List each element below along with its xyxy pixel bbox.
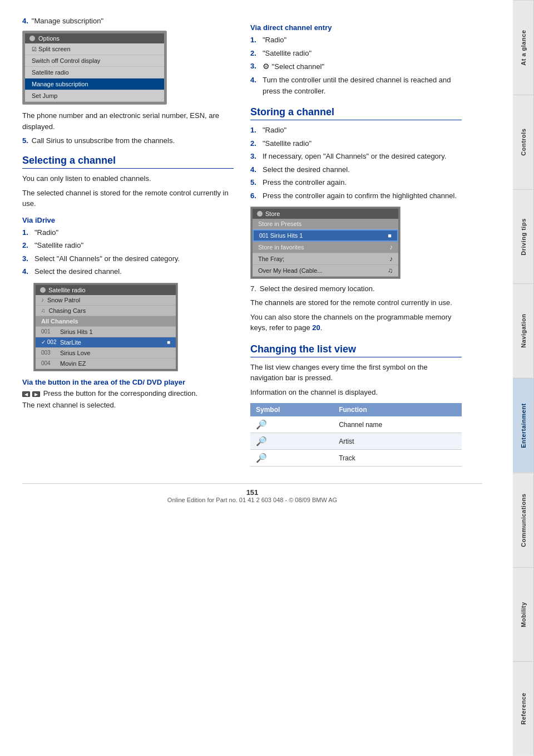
sat-radio-screen-wrapper: Satellite radio ♪ Snow Patrol ♫ Chasing … bbox=[33, 283, 234, 371]
selecting-para2: The selected channel is stored for the r… bbox=[22, 188, 234, 209]
idrive-step-1: 1. "Radio" bbox=[22, 227, 234, 238]
sat-row-001: 001 Sirius Hits 1 bbox=[36, 327, 176, 337]
table-row-track: 🔎 Track bbox=[250, 450, 462, 467]
sidebar-tab-at-a-glance[interactable]: At a glance bbox=[513, 0, 534, 95]
selecting-para1: You can only listen to enabled channels. bbox=[22, 173, 234, 184]
direct-steps-list: 1. "Radio" 2. "Satellite radio" 3. ⚙ "Se… bbox=[250, 35, 462, 96]
sidebar-tab-entertainment[interactable]: Entertainment bbox=[513, 378, 534, 473]
sat-title-text: Satellite radio bbox=[48, 287, 86, 293]
sat-row-icon-1: ♪ bbox=[41, 297, 44, 303]
step5-text: Call Sirius to unsubscribe from the chan… bbox=[32, 136, 175, 145]
sidebar-tab-reference[interactable]: Reference bbox=[513, 661, 534, 756]
table-cell-function-1: Channel name bbox=[333, 416, 462, 433]
store-screen: Store Store in Presets 001 Sirius Hits 1… bbox=[250, 207, 400, 279]
storing-step-2: 2. "Satellite radio" bbox=[250, 138, 462, 149]
options-title-bar: Options bbox=[25, 33, 164, 43]
page-number: 151 bbox=[22, 488, 482, 497]
sidebar-tab-controls[interactable]: Controls bbox=[513, 95, 534, 189]
changing-para2: Information on the channel is displayed. bbox=[250, 387, 462, 398]
storing-steps-list: 1. "Radio" 2. "Satellite radio" 3. If ne… bbox=[250, 125, 462, 201]
page-footer: 151 Online Edition for Part no. 01 41 2 … bbox=[22, 483, 482, 503]
store-fav-icon: ♪ bbox=[389, 243, 393, 251]
idrive-steps-list: 1. "Radio" 2. "Satellite radio" 3. Selec… bbox=[22, 227, 234, 277]
sidebar-tabs: At a glance Controls Driving tips Naviga… bbox=[513, 0, 534, 756]
options-item-satellite: Satellite radio bbox=[25, 67, 164, 78]
options-item-switchoff: Switch off Control display bbox=[25, 55, 164, 67]
options-menu-list: ☑ Split screen Switch off Control displa… bbox=[25, 43, 164, 102]
store-row-badge-001: ■ bbox=[388, 232, 392, 239]
table-cell-function-2: Artist bbox=[333, 433, 462, 450]
cd-dvd-button-icons: ◀ ▶ bbox=[22, 389, 40, 397]
idrive-step-3: 3. Select "All Channels" or the desired … bbox=[22, 253, 234, 264]
sat-row-004: 004 Movin EZ bbox=[36, 359, 176, 369]
sidebar-tab-navigation[interactable]: Navigation bbox=[513, 283, 534, 378]
left-column: 4. "Manage subscription" Options ☑ Split… bbox=[22, 17, 234, 467]
channel-info-table: Symbol Function 🔎 Channel name bbox=[250, 403, 462, 467]
sat-radio-screen: Satellite radio ♪ Snow Patrol ♫ Chasing … bbox=[33, 283, 178, 371]
via-idrive-heading: Via iDrive bbox=[22, 216, 234, 224]
step4-text: "Manage subscription" bbox=[32, 17, 103, 25]
step4-number: 4. bbox=[22, 17, 28, 25]
via-button-heading: Via the button in the area of the CD/ DV… bbox=[22, 378, 234, 386]
options-icon bbox=[29, 36, 35, 41]
options-item-setjump: Set Jump bbox=[25, 90, 164, 102]
store-overmy-icon: ♫ bbox=[388, 267, 393, 274]
store-row-presets-label: Store in Presets bbox=[253, 219, 398, 229]
table-cell-function-3: Track bbox=[333, 450, 462, 467]
storing-step-1: 1. "Radio" bbox=[250, 125, 462, 136]
channel-name-icon: 🔎 bbox=[256, 420, 267, 429]
table-header-function: Function bbox=[333, 403, 462, 416]
sat-icon bbox=[40, 287, 46, 293]
options-item-splitscreen: ☑ Split screen bbox=[25, 43, 164, 55]
table-row-artist: 🔎 Artist bbox=[250, 433, 462, 450]
store-title-bar: Store bbox=[253, 209, 398, 219]
stored-page-link[interactable]: 20 bbox=[312, 323, 320, 332]
stored-para2: You can also store the channels on the p… bbox=[250, 312, 462, 333]
sat-row-allchannels: All Channels bbox=[36, 316, 176, 327]
sidebar-tab-communications[interactable]: Communications bbox=[513, 473, 534, 567]
changing-para: The list view changes every time the fir… bbox=[250, 362, 462, 384]
storing-heading: Storing a channel bbox=[250, 106, 462, 120]
direct-step-1: 1. "Radio" bbox=[250, 35, 462, 46]
table-row-channel: 🔎 Channel name bbox=[250, 416, 462, 433]
storing-step-4: 4. Select the desired channel. bbox=[250, 164, 462, 175]
table-cell-symbol-1: 🔎 bbox=[250, 416, 333, 433]
direct-step-3: 3. ⚙ "Select channel" bbox=[250, 61, 462, 72]
footer-copyright: Online Edition for Part no. 01 41 2 603 … bbox=[22, 497, 482, 503]
storing-step-3: 3. If necessary, open "All Channels" or … bbox=[250, 151, 462, 162]
sat-row-chasing: ♫ Chasing Cars bbox=[36, 306, 176, 316]
options-title: Options bbox=[38, 35, 60, 42]
sidebar-tab-mobility[interactable]: Mobility bbox=[513, 567, 534, 662]
store-icon bbox=[257, 211, 263, 217]
sat-row-badge: ■ bbox=[167, 339, 170, 345]
changing-heading: Changing the list view bbox=[250, 343, 462, 357]
direct-step-4: 4. Turn the controller until the desired… bbox=[250, 75, 462, 96]
store-row-overmy: Over My Head (Cable... ♫ bbox=[253, 265, 398, 277]
storing-step-5: 5. Press the controller again. bbox=[250, 177, 462, 188]
options-screen: Options ☑ Split screen Switch off Contro… bbox=[22, 31, 167, 105]
table-cell-symbol-3: 🔎 bbox=[250, 450, 333, 467]
via-button-text: Press the button for the corresponding d… bbox=[43, 389, 198, 397]
step7-number: 7. bbox=[250, 284, 256, 293]
stored-para: The channels are stored for the remote c… bbox=[250, 297, 462, 308]
idrive-step-2: 2. "Satellite radio" bbox=[22, 240, 234, 251]
sidebar-tab-driving-tips[interactable]: Driving tips bbox=[513, 189, 534, 284]
options-item-manage: Manage subscription bbox=[25, 78, 164, 90]
direct-step-2: 2. "Satellite radio" bbox=[250, 48, 462, 59]
step4: 4. "Manage subscription" bbox=[22, 17, 234, 25]
select-channel-icon: ⚙ bbox=[263, 62, 270, 71]
via-button-text2: The next channel is selected. bbox=[22, 400, 234, 411]
right-column: Via direct channel entry 1. "Radio" 2. "… bbox=[250, 17, 462, 467]
sat-title-bar: Satellite radio bbox=[36, 285, 176, 295]
store-row-thefray: The Fray; ♪ bbox=[253, 253, 398, 265]
sat-row-002: ✓ 002 StarLite ■ bbox=[36, 337, 176, 348]
idrive-step-4: 4. Select the desired channel. bbox=[22, 266, 234, 277]
sat-row-snow: ♪ Snow Patrol bbox=[36, 295, 176, 306]
table-header-symbol: Symbol bbox=[250, 403, 333, 416]
store-title-text: Store bbox=[265, 210, 280, 217]
table-cell-symbol-2: 🔎 bbox=[250, 433, 333, 450]
store-fray-icon: ♪ bbox=[389, 255, 393, 263]
cd-btn-left: ◀ bbox=[22, 391, 30, 397]
via-button-desc: ◀ ▶ Press the button for the correspondi… bbox=[22, 389, 234, 397]
via-direct-heading: Via direct channel entry bbox=[250, 23, 462, 32]
